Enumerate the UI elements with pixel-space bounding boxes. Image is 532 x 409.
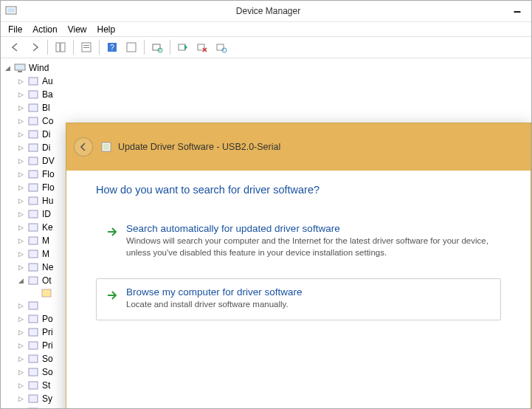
wizard-back-button[interactable] [74, 137, 93, 157]
tree-item-label: DV [42, 154, 55, 168]
option-search-automatically[interactable]: Search automatically for updated driver … [96, 215, 501, 268]
caret-icon: ▷ [17, 339, 24, 352]
back-icon[interactable] [7, 38, 24, 56]
svg-rect-2 [56, 43, 60, 52]
arrow-left-icon [78, 142, 89, 152]
caret-icon: ▷ [17, 392, 24, 405]
svg-rect-21 [29, 117, 38, 125]
svg-rect-6 [83, 47, 89, 48]
caret-icon: ▷ [17, 299, 24, 312]
app-icon [5, 5, 17, 17]
show-hide-tree-icon[interactable] [52, 38, 69, 56]
properties-icon[interactable] [77, 38, 95, 56]
menu-help[interactable]: Help [97, 24, 116, 35]
category-icon [27, 393, 39, 405]
caret-icon: ▷ [17, 181, 24, 194]
caret-icon: ▷ [17, 88, 24, 101]
category-icon [27, 313, 39, 325]
caret-icon: ▷ [17, 247, 24, 261]
menu-action[interactable]: Action [32, 24, 57, 35]
toolbar-separator [99, 40, 100, 55]
svg-rect-5 [83, 45, 89, 46]
caret-icon: ▷ [17, 312, 24, 326]
tree-item-label: Po [42, 312, 53, 326]
caret-icon: ▷ [17, 154, 24, 168]
tree-item-label: St [42, 379, 50, 392]
category-icon [27, 379, 39, 391]
caret-icon: ▷ [17, 234, 24, 247]
toolbar-separator [47, 40, 48, 55]
tree-root-label: Wind [29, 61, 49, 75]
category-icon [27, 142, 39, 154]
svg-rect-29 [29, 224, 38, 231]
menu-file[interactable]: File [8, 24, 22, 35]
tree-item-label: Ne [42, 261, 53, 274]
caret-icon: ▷ [17, 128, 24, 141]
update-driver-icon[interactable] [174, 38, 192, 56]
forward-icon[interactable] [26, 38, 44, 56]
svg-rect-37 [29, 329, 38, 336]
minimize-button[interactable]: – [514, 4, 527, 19]
caret-icon: ▷ [17, 141, 24, 154]
caret-icon: ▷ [17, 221, 24, 234]
svg-rect-23 [29, 144, 38, 151]
svg-rect-10 [153, 44, 160, 50]
option-title: Search automatically for updated driver … [126, 223, 490, 234]
category-icon [27, 102, 39, 114]
tree-item-label: Flo [42, 181, 55, 194]
svg-rect-38 [29, 342, 38, 349]
tree-item-label: ID [42, 207, 51, 221]
wizard-titlebar: Update Driver Software - USB2.0-Serial [66, 123, 531, 171]
svg-rect-27 [29, 197, 38, 205]
category-icon [27, 353, 39, 365]
arrow-right-icon [106, 225, 119, 238]
svg-rect-1 [7, 8, 15, 13]
category-icon [27, 406, 39, 408]
option-desc: Windows will search your computer and th… [126, 236, 490, 258]
help-icon[interactable]: ? [103, 38, 121, 56]
category-icon [27, 275, 39, 286]
toolbar-separator [144, 40, 145, 55]
svg-rect-20 [29, 104, 38, 111]
uninstall-icon[interactable] [193, 38, 211, 56]
svg-rect-18 [29, 78, 38, 85]
tree-item-label: Sy [42, 392, 52, 405]
option-desc: Locate and install driver software manua… [126, 299, 490, 311]
svg-rect-9 [127, 43, 136, 52]
svg-rect-28 [29, 210, 38, 218]
toolbar-separator [170, 40, 170, 55]
tree-item[interactable]: ▷Bl [4, 101, 528, 114]
tree-item-label: Flo [42, 168, 55, 181]
caret-icon: ▷ [17, 207, 24, 221]
titlebar: Device Manager – [1, 1, 531, 21]
svg-rect-42 [29, 395, 38, 402]
svg-rect-34 [42, 289, 51, 297]
svg-rect-31 [29, 250, 38, 258]
svg-rect-24 [29, 157, 38, 165]
option-browse-computer[interactable]: Browse my computer for driver software L… [96, 278, 501, 320]
svg-rect-26 [29, 184, 38, 191]
caret-icon: ▷ [17, 326, 24, 339]
wizard-title-device: USB2.0-Serial [222, 142, 280, 152]
caret-icon: ▷ [17, 194, 24, 207]
tree-item[interactable]: ▷Au [4, 75, 528, 88]
tree-item[interactable]: ▷Ba [4, 88, 528, 101]
tree-root[interactable]: ◢ Wind [4, 61, 528, 75]
svg-rect-12 [179, 44, 185, 50]
scan-hardware-icon[interactable] [148, 38, 166, 56]
category-icon [27, 300, 39, 312]
category-icon [27, 261, 39, 273]
category-icon [27, 221, 39, 233]
wizard-question: How do you want to search for driver sof… [96, 184, 501, 196]
menu-view[interactable]: View [68, 24, 87, 35]
disable-icon[interactable] [213, 38, 230, 56]
wizard-title-prefix: Update Driver Software - [118, 142, 222, 152]
action-icon[interactable] [122, 38, 140, 56]
wizard-body: How do you want to search for driver sof… [66, 171, 531, 320]
tree-item-label: M [42, 247, 49, 261]
tree-item-label: Ke [42, 221, 53, 234]
svg-rect-35 [29, 302, 38, 309]
body: ◢ Wind ▷Au▷Ba▷Bl▷Co▷Di▷Di▷DV▷Flo▷Flo▷Hu▷… [1, 58, 531, 408]
svg-rect-17 [18, 71, 22, 72]
category-icon [27, 75, 39, 87]
